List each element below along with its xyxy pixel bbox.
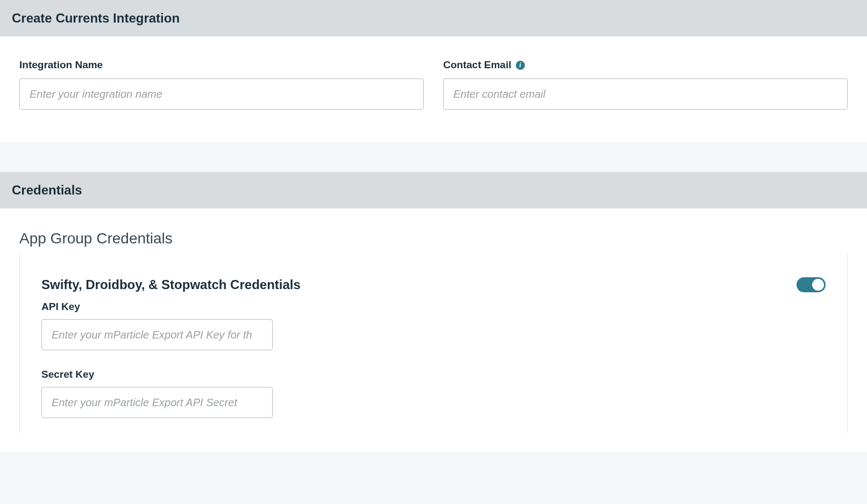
contact-email-label: Contact Email i <box>443 59 848 71</box>
toggle-knob <box>812 279 824 291</box>
integration-name-label: Integration Name <box>19 59 424 71</box>
form-group-integration-name: Integration Name <box>19 59 424 110</box>
card-title-row: Swifty, Droidboy, & Stopwatch Credential… <box>41 277 826 292</box>
api-key-label: API Key <box>41 301 826 313</box>
form-row: Integration Name Contact Email i <box>19 59 848 110</box>
section-title-credentials: Credentials <box>12 183 82 197</box>
contact-email-label-text: Contact Email <box>443 59 511 71</box>
section-body-create-integration: Integration Name Contact Email i <box>0 37 867 142</box>
secret-key-input[interactable] <box>41 387 273 418</box>
secret-key-label: Secret Key <box>41 369 826 380</box>
integration-name-input[interactable] <box>19 78 424 110</box>
section-header-create-integration: Create Currents Integration <box>0 0 867 37</box>
subsection-title-text: App Group Credentials <box>19 230 173 247</box>
api-key-input[interactable] <box>41 319 273 350</box>
credentials-card-title: Swifty, Droidboy, & Stopwatch Credential… <box>41 277 301 292</box>
section-spacer <box>0 142 867 172</box>
credentials-toggle[interactable] <box>797 277 826 292</box>
credentials-card: Swifty, Droidboy, & Stopwatch Credential… <box>19 254 848 433</box>
credentials-card-wrap: Swifty, Droidboy, & Stopwatch Credential… <box>0 254 867 452</box>
form-group-contact-email: Contact Email i <box>443 59 848 110</box>
integration-name-label-text: Integration Name <box>19 59 103 71</box>
section-header-credentials: Credentials <box>0 172 867 208</box>
info-icon[interactable]: i <box>516 61 525 70</box>
contact-email-input[interactable] <box>443 78 848 110</box>
section-title: Create Currents Integration <box>12 11 180 25</box>
subsection-title-app-group: App Group Credentials <box>0 208 867 254</box>
